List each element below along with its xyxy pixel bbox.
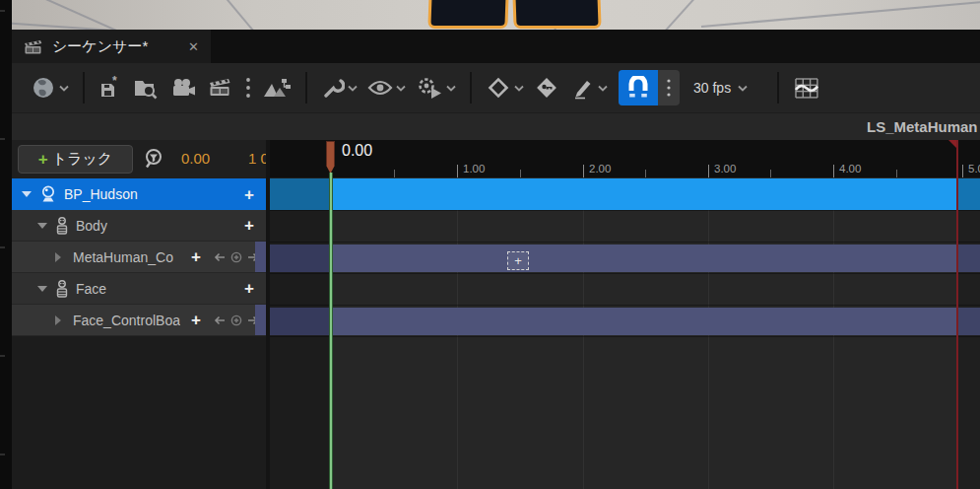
track-row-face[interactable]: Face +: [12, 273, 266, 305]
render-movie-button[interactable]: [202, 69, 239, 106]
curve-editor-icon: [793, 76, 820, 100]
browse-sequence-button[interactable]: [127, 69, 164, 106]
eye-icon: [367, 78, 393, 98]
track-row-metahuman-controlrig[interactable]: MetaHuman_Co +: [12, 242, 266, 273]
add-section-button[interactable]: +: [244, 186, 254, 203]
add-section-button[interactable]: +: [191, 248, 201, 265]
movie-camera-icon: [169, 76, 197, 100]
time-ruler[interactable]: 1.00 2.00 3.00 4.00 5.00 0.00: [270, 140, 980, 177]
add-section-button[interactable]: +: [244, 217, 254, 234]
add-section-button[interactable]: +: [244, 280, 254, 297]
add-key-icon: [230, 251, 242, 263]
magnet-icon: [627, 76, 649, 100]
skeletal-mesh-icon: [54, 280, 70, 298]
face-controlrig-section-pre: [270, 308, 332, 335]
chevron-down-icon: [59, 85, 69, 92]
bp-hudson-section-post: [958, 178, 980, 210]
render-options-button[interactable]: [239, 69, 257, 106]
snap-toggle-button[interactable]: [619, 70, 658, 105]
folder-search-icon: [132, 76, 160, 100]
add-track-button[interactable]: + トラック: [18, 145, 133, 174]
playback-end-line[interactable]: [956, 140, 958, 489]
globe-icon: [31, 75, 56, 101]
frame-rate-label: 30 fps: [693, 80, 731, 96]
range-end-display[interactable]: 1 00: [248, 150, 266, 167]
character-left-leg[interactable]: [427, 0, 508, 29]
add-track-label: トラック: [52, 150, 112, 169]
auto-key-button[interactable]: [529, 69, 564, 106]
tools-dropdown-button[interactable]: [316, 69, 362, 106]
curve-editor-button[interactable]: [788, 69, 825, 106]
chevron-down-icon: [514, 85, 524, 92]
tick-label: 1.00: [463, 163, 485, 175]
caret-down-icon[interactable]: [22, 191, 32, 197]
track-panel-empty-area[interactable]: [12, 336, 266, 489]
previous-key-icon: [214, 251, 226, 263]
auto-key-diamond-icon: [534, 75, 559, 101]
tab-close-icon[interactable]: ✕: [188, 39, 199, 54]
wrench-icon: [321, 76, 345, 100]
track-color-strip: [255, 305, 266, 336]
gear-play-icon: [416, 76, 443, 100]
track-row-bp-hudson[interactable]: BP_Hudson +: [12, 178, 266, 210]
current-time-display[interactable]: 0.00: [181, 150, 210, 167]
track-label: Body: [76, 218, 107, 234]
tab-bar: シーケンサー* ✕: [12, 30, 980, 63]
filter-search-icon: [142, 148, 167, 172]
chevron-down-icon: [738, 85, 748, 92]
frame-rate-dropdown-button[interactable]: 30 fps: [686, 69, 755, 106]
tick-label: 4.00: [839, 163, 861, 175]
track-hover-add-button[interactable]: +: [507, 251, 529, 270]
viewport-strip: [12, 0, 980, 30]
metahuman-controlrig-section-post: [958, 244, 980, 272]
view-options-dropdown-button[interactable]: [362, 69, 411, 106]
save-button[interactable]: *: [94, 69, 127, 106]
track-label: Face_ControlBoa: [73, 313, 180, 328]
playhead-marker[interactable]: [326, 141, 335, 174]
camera-button[interactable]: [164, 69, 202, 106]
face-controlrig-section-post: [958, 308, 980, 335]
add-section-button[interactable]: +: [191, 312, 201, 328]
playhead-line[interactable]: [329, 173, 333, 489]
chevron-down-icon: [598, 85, 608, 92]
tick-label: 5.00: [968, 163, 980, 175]
search-tracks-button[interactable]: [142, 148, 167, 172]
face-controlrig-section[interactable]: [332, 308, 958, 335]
caret-down-icon[interactable]: [37, 223, 47, 229]
world-dropdown-button[interactable]: [26, 69, 74, 106]
chevron-down-icon: [396, 85, 406, 92]
track-row-body[interactable]: Body +: [12, 210, 266, 242]
edit-options-dropdown-button[interactable]: [564, 69, 613, 106]
keyframe-options-dropdown-button[interactable]: [481, 69, 529, 106]
caret-right-icon[interactable]: [55, 252, 61, 262]
snap-options-button[interactable]: [658, 70, 680, 105]
character-right-leg[interactable]: [512, 0, 601, 29]
chevron-down-icon: [348, 85, 358, 92]
bp-hudson-section[interactable]: [332, 178, 958, 210]
tab-title: シーケンサー*: [52, 37, 148, 56]
timeline-area[interactable]: + 1.00 2.00 3.00 4.00 5.00 0.00: [270, 140, 980, 489]
track-label: MetaHuman_Co: [73, 249, 173, 265]
sequence-hierarchy-button[interactable]: [257, 69, 296, 106]
tab-sequencer[interactable]: シーケンサー* ✕: [12, 30, 211, 63]
metahuman-controlrig-section[interactable]: [332, 244, 958, 272]
ellipsis-vertical-icon: [244, 77, 252, 99]
pencil-icon: [569, 75, 595, 101]
actor-sequence-icon: [262, 76, 292, 100]
actor-webcam-icon: [38, 185, 58, 203]
sequence-name[interactable]: LS_MetaHuman: [867, 118, 978, 135]
caret-down-icon[interactable]: [37, 286, 47, 292]
playback-options-dropdown-button[interactable]: [411, 69, 461, 106]
ellipsis-vertical-icon: [666, 78, 672, 98]
caret-right-icon[interactable]: [55, 315, 61, 325]
track-row-face-controlboard[interactable]: Face_ControlBoa +: [12, 305, 266, 336]
skeletal-mesh-icon: [54, 217, 70, 235]
snap-control: [619, 70, 680, 105]
keyframe-diamond-icon: [486, 75, 511, 101]
key-navigation: [214, 251, 259, 263]
track-panel-header: + トラック 0.00 1 00: [12, 140, 266, 178]
svg-text:*: *: [112, 76, 117, 88]
plus-icon: +: [38, 151, 48, 168]
previous-key-icon: [214, 314, 226, 326]
save-icon: *: [98, 76, 122, 100]
